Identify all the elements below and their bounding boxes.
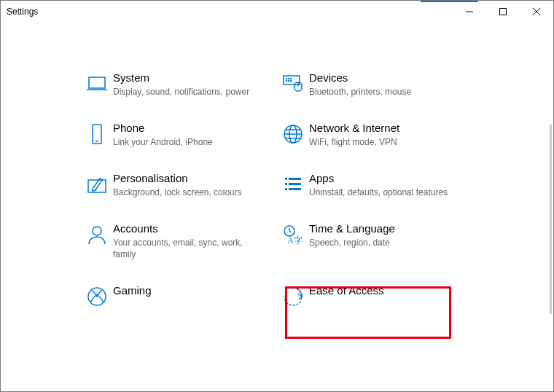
category-title: Ease of Access <box>309 283 451 298</box>
category-desc: Display, sound, notifications, power <box>113 86 255 98</box>
category-desc: Speech, region, date <box>309 237 451 248</box>
category-accounts[interactable]: Accounts Your accounts, email, sync, wor… <box>81 210 277 272</box>
svg-point-12 <box>291 81 292 82</box>
apps-icon <box>277 171 309 198</box>
svg-point-7 <box>286 79 287 79</box>
category-title: Devices <box>309 71 451 85</box>
svg-point-11 <box>289 81 289 82</box>
laptop-icon <box>81 71 113 98</box>
category-title: Phone <box>113 121 255 136</box>
settings-grid: System Display, sound, notifications, po… <box>81 59 473 320</box>
settings-content: System Display, sound, notifications, po… <box>1 23 553 392</box>
svg-rect-1 <box>500 9 507 15</box>
svg-text:A: A <box>287 235 294 246</box>
svg-rect-25 <box>285 183 287 185</box>
svg-point-10 <box>286 81 287 82</box>
category-personalisation[interactable]: Personalisation Background, lock screen,… <box>81 160 277 210</box>
category-system[interactable]: System Display, sound, notifications, po… <box>81 59 277 109</box>
category-desc: Bluetooth, printers, mouse <box>309 86 451 98</box>
svg-rect-27 <box>285 188 287 190</box>
svg-rect-15 <box>93 125 101 144</box>
titlebar: Settings <box>1 1 553 23</box>
ease-of-access-icon <box>277 283 309 308</box>
devices-icon <box>277 71 309 98</box>
svg-rect-23 <box>285 178 287 180</box>
close-button[interactable] <box>520 1 553 23</box>
svg-rect-24 <box>289 178 301 180</box>
category-phone[interactable]: Phone Link your Android, iPhone <box>81 109 277 160</box>
category-desc: Your accounts, email, sync, work, family <box>113 237 255 260</box>
category-desc: Link your Android, iPhone <box>113 136 255 148</box>
category-devices[interactable]: Devices Bluetooth, printers, mouse <box>277 59 473 109</box>
person-icon <box>81 222 113 260</box>
category-desc: Uninstall, defaults, optional features <box>309 187 451 198</box>
svg-point-8 <box>289 79 289 79</box>
svg-point-9 <box>291 79 292 79</box>
brush-icon <box>81 171 113 198</box>
category-ease-of-access[interactable]: Ease of Access <box>277 272 473 320</box>
xbox-icon <box>81 283 113 308</box>
category-title: System <box>113 71 255 85</box>
category-apps[interactable]: Apps Uninstall, defaults, optional featu… <box>277 160 473 210</box>
svg-rect-26 <box>289 183 301 185</box>
minimize-button[interactable] <box>453 1 486 23</box>
svg-text:字: 字 <box>294 235 303 246</box>
svg-line-32 <box>289 231 292 232</box>
category-title: Accounts <box>113 222 255 236</box>
phone-icon <box>81 121 113 148</box>
window-title: Settings <box>7 7 38 17</box>
accent-strip <box>421 1 478 2</box>
category-title: Apps <box>309 171 451 186</box>
svg-rect-4 <box>89 77 105 88</box>
scrollbar[interactable] <box>550 125 552 314</box>
window-controls <box>453 1 553 23</box>
svg-point-29 <box>93 227 101 235</box>
category-title: Gaming <box>113 283 255 298</box>
category-time-language[interactable]: A字 Time & Language Speech, region, date <box>277 210 473 272</box>
maximize-button[interactable] <box>486 1 520 23</box>
svg-rect-28 <box>289 188 301 190</box>
category-desc: WiFi, flight mode, VPN <box>309 136 451 148</box>
category-network[interactable]: Network & Internet WiFi, flight mode, VP… <box>277 109 473 160</box>
category-title: Network & Internet <box>309 121 451 136</box>
category-title: Personalisation <box>113 171 255 186</box>
category-desc: Background, lock screen, colours <box>113 187 255 198</box>
time-language-icon: A字 <box>277 222 309 260</box>
globe-icon <box>277 121 309 148</box>
category-gaming[interactable]: Gaming <box>81 272 277 320</box>
category-title: Time & Language <box>309 222 451 236</box>
